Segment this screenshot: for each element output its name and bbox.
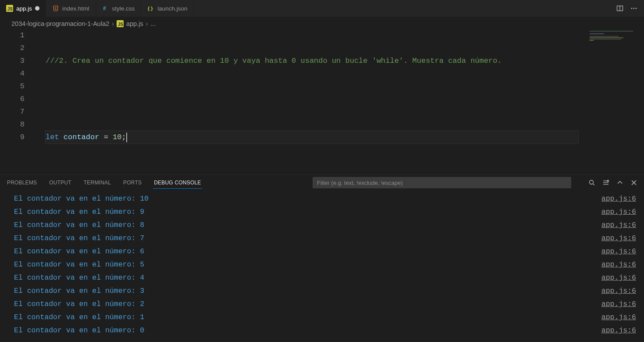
bottom-panel: PROBLEMS OUTPUT TERMINAL PORTS DEBUG CON… xyxy=(0,174,644,342)
tab-style-css[interactable]: # style.css xyxy=(96,0,142,17)
json-file-icon: { } xyxy=(147,5,154,12)
more-actions-icon[interactable] xyxy=(630,4,638,12)
breadcrumb-folder[interactable]: 2034-logica-programacion-1-Aula2 xyxy=(11,20,109,27)
collapse-panel-icon[interactable] xyxy=(616,179,624,187)
debug-console-output[interactable]: El contador va en el número: 10app.js:6 … xyxy=(0,191,644,342)
debug-console-filter-input[interactable] xyxy=(313,177,571,188)
close-panel-icon[interactable] xyxy=(630,179,638,187)
html-file-icon xyxy=(52,5,59,12)
chevron-right-icon: › xyxy=(112,20,114,27)
js-file-icon: JS xyxy=(117,20,124,27)
svg-point-5 xyxy=(633,8,635,9)
console-source-link[interactable]: app.js:6 xyxy=(601,271,638,284)
tab-app-js[interactable]: JS app.js xyxy=(0,0,46,17)
console-source-link[interactable]: app.js:6 xyxy=(601,324,638,337)
console-line: El contador va en el número: 5app.js:6 xyxy=(14,258,638,271)
tab-label: index.html xyxy=(62,5,89,12)
console-source-link[interactable]: app.js:6 xyxy=(601,219,638,232)
panel-tab-debug-console[interactable]: DEBUG CONSOLE xyxy=(153,177,202,189)
svg-text:#: # xyxy=(103,5,106,11)
console-line: El contador va en el número: 3app.js:6 xyxy=(14,284,638,298)
console-line: El contador va en el número: 10app.js:6 xyxy=(14,192,638,205)
panel-tab-ports[interactable]: PORTS xyxy=(122,177,142,188)
panel-tab-terminal[interactable]: TERMINAL xyxy=(83,177,112,188)
editor-scrollbar[interactable] xyxy=(638,29,644,174)
svg-line-8 xyxy=(593,184,594,185)
console-line: El contador va en el número: 7app.js:6 xyxy=(14,232,638,245)
svg-point-7 xyxy=(590,180,594,184)
console-line: El contador va en el número: 8app.js:6 xyxy=(14,219,638,232)
js-file-icon: JS xyxy=(6,5,13,12)
console-source-link[interactable]: app.js:6 xyxy=(601,232,638,245)
css-file-icon: # xyxy=(102,5,109,12)
tab-bar: JS app.js index.html # style.css { } lau… xyxy=(0,0,644,17)
panel-tab-output[interactable]: OUTPUT xyxy=(48,177,72,188)
tab-launch-json[interactable]: { } launch.json xyxy=(141,0,194,17)
text-cursor xyxy=(126,133,127,142)
chevron-right-icon: › xyxy=(146,20,148,27)
svg-text:{ }: { } xyxy=(148,6,153,11)
minimap[interactable] xyxy=(590,31,638,48)
unsaved-dot-icon xyxy=(35,6,39,11)
search-icon[interactable] xyxy=(588,179,596,187)
svg-point-4 xyxy=(631,8,633,9)
breadcrumb[interactable]: 2034-logica-programacion-1-Aula2 › JS ap… xyxy=(0,17,644,29)
tab-label: style.css xyxy=(112,5,135,12)
console-line: El contador va en el número: 2app.js:6 xyxy=(14,298,638,311)
tab-label: app.js xyxy=(16,5,32,12)
breadcrumb-file[interactable]: app.js xyxy=(126,20,143,27)
console-line: El contador va en el número: 4app.js:6 xyxy=(14,271,638,284)
console-line: El contador va en el número: 6app.js:6 xyxy=(14,245,638,258)
svg-point-6 xyxy=(636,8,637,9)
console-source-link[interactable]: app.js:6 xyxy=(601,258,638,271)
code-content[interactable]: ///2. Crea un contador que comience en 1… xyxy=(46,29,578,174)
line-number-gutter: 1 2 3 4 5 6 7 8 9 xyxy=(0,29,35,144)
console-source-link[interactable]: app.js:6 xyxy=(601,205,638,219)
console-source-link[interactable]: app.js:6 xyxy=(601,311,638,324)
console-line: El contador va en el número: 0app.js:6 xyxy=(14,324,638,337)
clear-console-icon[interactable] xyxy=(602,179,610,187)
panel-tab-bar: PROBLEMS OUTPUT TERMINAL PORTS DEBUG CON… xyxy=(0,175,644,191)
console-line: El contador va en el número: 9app.js:6 xyxy=(14,205,638,219)
breadcrumb-more[interactable]: ... xyxy=(150,20,156,27)
code-editor[interactable]: 1 2 3 4 5 6 7 8 9 ///2. Crea un contador… xyxy=(0,29,644,174)
console-source-link[interactable]: app.js:6 xyxy=(601,298,638,311)
console-source-link[interactable]: app.js:6 xyxy=(601,192,638,205)
panel-tab-problems[interactable]: PROBLEMS xyxy=(6,177,38,188)
tab-label: launch.json xyxy=(157,5,187,12)
tab-index-html[interactable]: index.html xyxy=(46,0,96,17)
split-editor-icon[interactable] xyxy=(616,4,624,12)
console-source-link[interactable]: app.js:6 xyxy=(601,245,638,258)
console-source-link[interactable]: app.js:6 xyxy=(601,284,638,298)
console-line: El contador va en el número: 1app.js:6 xyxy=(14,311,638,324)
